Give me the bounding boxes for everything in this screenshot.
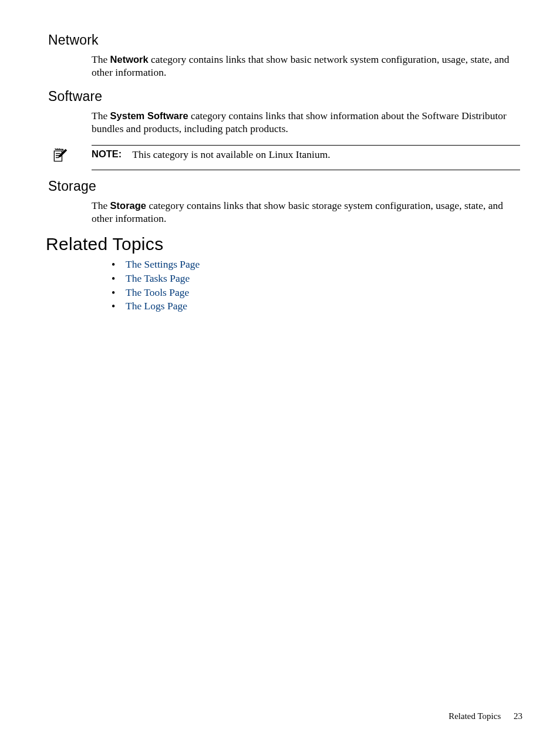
text-fragment: category contains links that show basic … <box>92 200 503 224</box>
text-fragment: The <box>92 200 110 211</box>
storage-paragraph: The Storage category contains links that… <box>92 199 520 225</box>
link-logs-page[interactable]: The Logs Page <box>126 300 187 312</box>
list-item: The Logs Page <box>108 299 525 313</box>
svg-point-5 <box>59 148 60 149</box>
note-label: NOTE: <box>92 148 122 161</box>
footer-text: Related Topics <box>448 711 501 721</box>
section-heading-related-topics: Related Topics <box>46 234 525 254</box>
text-bold-storage: Storage <box>110 200 146 211</box>
section-heading-network: Network <box>48 32 525 48</box>
note-icon <box>52 147 68 166</box>
text-fragment: category contains links that show basic … <box>92 53 510 78</box>
svg-point-3 <box>55 148 56 149</box>
text-bold-network: Network <box>110 54 149 65</box>
text-fragment: The <box>92 110 110 121</box>
divider <box>92 145 520 146</box>
section-heading-storage: Storage <box>48 178 525 194</box>
text-fragment: The <box>92 53 110 65</box>
related-topics-list: The Settings Page The Tasks Page The Too… <box>108 258 525 313</box>
network-paragraph: The Network category contains links that… <box>92 53 520 79</box>
note-text: This category is not available on Linux … <box>132 148 330 161</box>
note-block: NOTE: This category is not available on … <box>52 145 520 170</box>
link-tasks-page[interactable]: The Tasks Page <box>126 272 190 284</box>
list-item: The Tasks Page <box>108 272 525 286</box>
page-footer: Related Topics 23 <box>448 711 522 721</box>
list-item: The Tools Page <box>108 286 525 300</box>
divider <box>92 170 520 170</box>
link-tools-page[interactable]: The Tools Page <box>126 286 189 298</box>
section-heading-software: Software <box>48 89 525 104</box>
page-number: 23 <box>514 711 522 721</box>
text-bold-system-software: System Software <box>110 110 188 121</box>
list-item: The Settings Page <box>108 258 525 272</box>
svg-point-4 <box>57 148 58 149</box>
software-paragraph: The System Software category contains li… <box>92 109 520 136</box>
link-settings-page[interactable]: The Settings Page <box>126 258 200 270</box>
